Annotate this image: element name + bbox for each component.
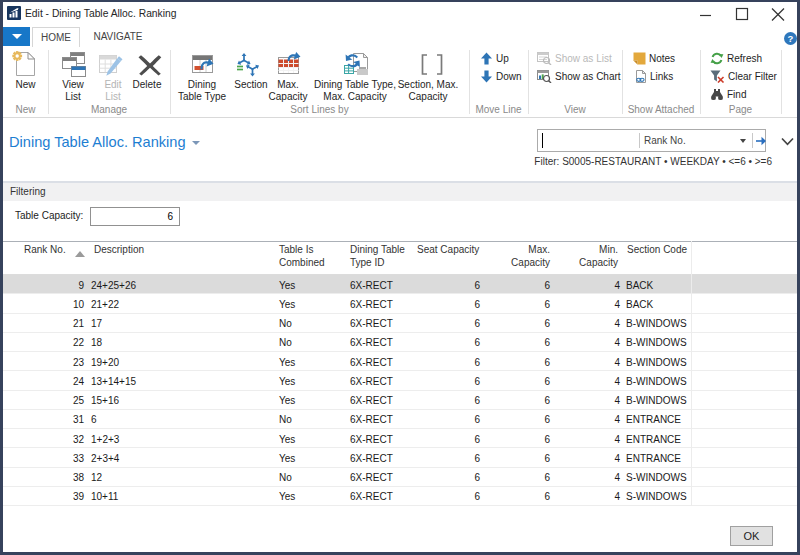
- svg-text:?: ?: [788, 33, 794, 44]
